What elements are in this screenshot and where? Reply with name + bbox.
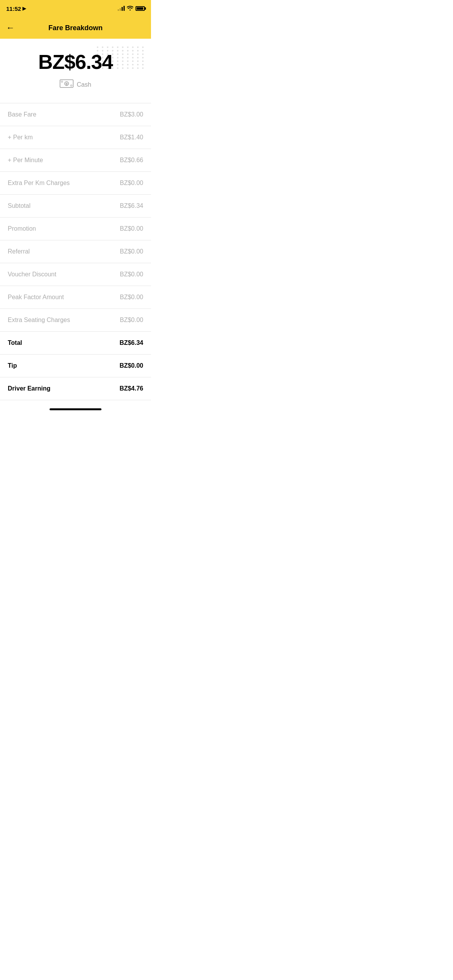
dot: [117, 67, 118, 69]
dot: [132, 60, 134, 62]
dot: [117, 64, 118, 65]
fare-item: Extra Per Km ChargesBZ$0.00: [0, 172, 151, 195]
dot: [117, 57, 118, 58]
home-bar: [50, 408, 101, 410]
wifi-icon: [127, 6, 133, 12]
fare-value: BZ$6.34: [120, 202, 143, 209]
fare-item: TotalBZ$6.34: [0, 332, 151, 355]
dot: [132, 64, 134, 65]
dot: [112, 46, 113, 48]
status-time: 11:52 ▶: [6, 5, 26, 12]
main-content: // Will be generated by template script …: [0, 39, 151, 400]
dot: [122, 64, 124, 65]
dot: [142, 67, 144, 69]
fare-value: BZ$0.00: [120, 362, 143, 369]
fare-item: PromotionBZ$0.00: [0, 218, 151, 240]
fare-label: Base Fare: [8, 111, 36, 118]
fare-value: BZ$0.00: [120, 225, 143, 232]
fare-item: + Per MinuteBZ$0.66: [0, 149, 151, 172]
fare-label: + Per km: [8, 134, 33, 141]
dot: [127, 60, 129, 62]
home-indicator: [0, 400, 151, 413]
svg-point-3: [61, 81, 63, 82]
dot: [142, 57, 144, 58]
dot: [137, 53, 139, 55]
fare-value: BZ$0.66: [120, 157, 143, 164]
dot: [137, 57, 139, 58]
fare-value: BZ$0.00: [120, 248, 143, 255]
fare-label: Referral: [8, 248, 30, 255]
fare-item: TipBZ$0.00: [0, 355, 151, 377]
fare-label: + Per Minute: [8, 157, 43, 164]
dot: [127, 46, 129, 48]
fare-label: Driver Earning: [8, 385, 50, 392]
dot: [127, 53, 129, 55]
dot: [127, 50, 129, 51]
dot: [117, 46, 118, 48]
fare-item: Driver EarningBZ$4.76: [0, 377, 151, 400]
svg-text:$: $: [66, 83, 67, 86]
dot: [137, 60, 139, 62]
dot: [132, 53, 134, 55]
dot: [142, 46, 144, 48]
fare-value: BZ$0.00: [120, 180, 143, 187]
dot: [117, 53, 118, 55]
location-icon: ▶: [22, 6, 26, 11]
dot: [142, 60, 144, 62]
fare-value: BZ$4.76: [120, 385, 143, 392]
fare-list: Base FareBZ$3.00+ Per kmBZ$1.40+ Per Min…: [0, 103, 151, 400]
fare-value: BZ$3.00: [120, 111, 143, 118]
dot: [122, 46, 124, 48]
dot: [97, 46, 98, 48]
fare-label: Total: [8, 339, 22, 346]
fare-item: ReferralBZ$0.00: [0, 240, 151, 263]
svg-point-4: [70, 85, 72, 86]
dot: [132, 50, 134, 51]
dot: [127, 64, 129, 65]
dot: [132, 67, 134, 69]
fare-label: Tip: [8, 362, 17, 369]
fare-item: Extra Seating ChargesBZ$0.00: [0, 309, 151, 332]
dot: [137, 50, 139, 51]
dot: [122, 60, 124, 62]
time-display: 11:52: [6, 5, 21, 12]
dot: [132, 46, 134, 48]
dot: [122, 57, 124, 58]
status-icons: [118, 6, 145, 12]
dot: [122, 67, 124, 69]
dot: [117, 50, 118, 51]
dot: [142, 64, 144, 65]
dot: [137, 46, 139, 48]
header: ← Fare Breakdown: [0, 17, 151, 39]
dot: [127, 67, 129, 69]
fare-item: + Per kmBZ$1.40: [0, 126, 151, 149]
fare-value: BZ$0.00: [120, 271, 143, 278]
page-title: Fare Breakdown: [48, 24, 103, 32]
dot: [137, 64, 139, 65]
fare-label: Promotion: [8, 225, 36, 232]
dot: [142, 53, 144, 55]
fare-label: Extra Seating Charges: [8, 317, 70, 324]
dot: [127, 57, 129, 58]
dot: [137, 67, 139, 69]
fare-value: BZ$6.34: [120, 339, 143, 346]
dot: [117, 60, 118, 62]
fare-label: Extra Per Km Charges: [8, 180, 70, 187]
dot: [132, 57, 134, 58]
back-button[interactable]: ←: [6, 23, 15, 33]
dot: [107, 46, 108, 48]
dot: [122, 53, 124, 55]
dot: [122, 50, 124, 51]
fare-item: Peak Factor AmountBZ$0.00: [0, 286, 151, 309]
fare-item: Base FareBZ$3.00: [0, 103, 151, 126]
amount-section: // Will be generated by template script …: [0, 39, 151, 103]
dot: [142, 50, 144, 51]
total-amount: BZ$6.34: [38, 50, 113, 74]
fare-label: Voucher Discount: [8, 271, 56, 278]
fare-item: Voucher DiscountBZ$0.00: [0, 263, 151, 286]
dot: [102, 46, 103, 48]
fare-value: BZ$1.40: [120, 134, 143, 141]
fare-label: Peak Factor Amount: [8, 294, 64, 301]
fare-item: SubtotalBZ$6.34: [0, 195, 151, 218]
fare-value: BZ$0.00: [120, 294, 143, 301]
